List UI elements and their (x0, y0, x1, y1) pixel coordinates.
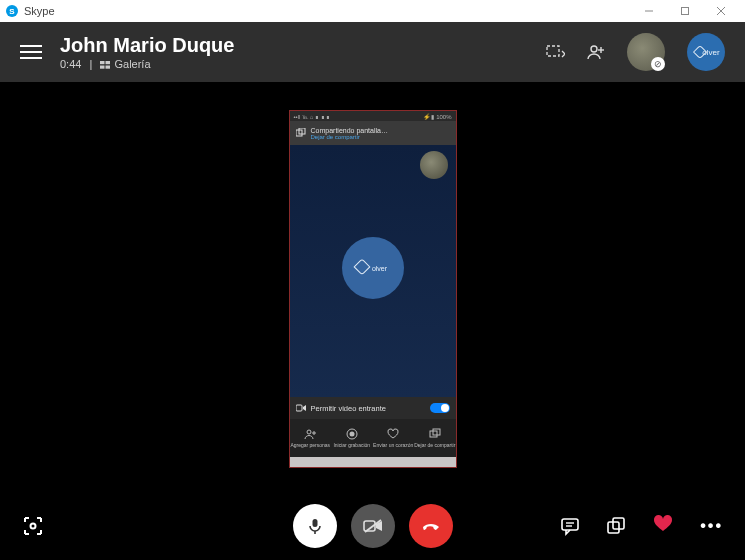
screens-icon (296, 128, 306, 138)
hangup-icon (420, 515, 442, 537)
separator: | (89, 58, 92, 70)
window-title: Skype (24, 5, 55, 17)
sharing-banner-title: Compartiendo pantalla… (311, 127, 388, 134)
shared-phone-navbar (290, 457, 456, 467)
shared-action-label: Dejar de compartir (414, 442, 455, 448)
end-call-button[interactable] (409, 504, 453, 548)
svg-rect-24 (312, 519, 317, 527)
shared-phone-statusbar: ••ll ℡ ⌂ ∎ ∎ ∎ ⚡ ▮ 100% (290, 111, 456, 121)
statusbar-left: ••ll ℡ ⌂ ∎ ∎ ∎ (294, 113, 331, 120)
chat-button[interactable] (560, 516, 580, 536)
svg-rect-1 (682, 8, 689, 15)
shared-action-stop-share[interactable]: Dejar de compartir (414, 419, 456, 457)
call-header: John Mario Duque 0:44 | Galería ⊘ olver (0, 22, 745, 82)
heart-icon (652, 512, 674, 534)
skype-logo-icon: S (6, 5, 18, 17)
shared-action-record[interactable]: Iniciar grabación (331, 419, 373, 457)
permit-toggle[interactable] (430, 403, 450, 413)
call-subline: 0:44 | Galería (60, 58, 234, 70)
svg-point-20 (349, 432, 354, 437)
svg-point-16 (307, 430, 311, 434)
shared-phone-actions: Agregar personas Iniciar grabación Envia… (290, 419, 456, 457)
center-avatar-text: olver (372, 264, 387, 271)
shared-action-label: Iniciar grabación (333, 442, 370, 448)
center-avatar: olver (342, 237, 404, 299)
add-person-icon[interactable] (587, 43, 605, 61)
title-block: John Mario Duque 0:44 | Galería (60, 34, 234, 70)
svg-rect-4 (100, 61, 105, 64)
shared-action-label: Agregar personas (290, 442, 330, 448)
permit-row: Permitir video entrante (290, 397, 456, 419)
call-stage: ••ll ℡ ⌂ ∎ ∎ ∎ ⚡ ▮ 100% Compartiendo pan… (0, 82, 745, 560)
shared-action-heart[interactable]: Enviar un corazón (373, 419, 415, 457)
menu-button[interactable] (20, 45, 42, 59)
remote-avatar[interactable]: ⊘ (627, 33, 665, 71)
center-call-controls (293, 504, 453, 548)
window-minimize-button[interactable] (631, 0, 667, 22)
svg-rect-6 (100, 66, 105, 69)
heart-reaction-button[interactable] (652, 512, 674, 540)
permit-label: Permitir video entrante (311, 404, 386, 413)
svg-rect-5 (106, 61, 111, 64)
camera-button[interactable] (351, 504, 395, 548)
presence-badge-icon: ⊘ (651, 57, 665, 71)
call-duration: 0:44 (60, 58, 81, 70)
svg-point-23 (31, 524, 36, 529)
camera-off-icon (363, 518, 383, 534)
stop-sharing-link[interactable]: Dejar de compartir (311, 134, 388, 140)
shared-action-label: Enviar un corazón (373, 442, 413, 448)
window-close-button[interactable] (703, 0, 739, 22)
share-screen-button[interactable] (606, 516, 626, 536)
pip-avatar (420, 151, 448, 179)
sharing-banner: Compartiendo pantalla… Dejar de comparti… (290, 121, 456, 145)
svg-rect-29 (562, 519, 578, 530)
contact-name: John Mario Duque (60, 34, 234, 56)
screen-share-panel: ••ll ℡ ⌂ ∎ ∎ ∎ ⚡ ▮ 100% Compartiendo pan… (289, 110, 457, 468)
crop-icon[interactable] (545, 44, 565, 60)
microphone-icon (306, 517, 324, 535)
svg-point-9 (591, 46, 597, 52)
svg-rect-14 (296, 405, 302, 411)
statusbar-right: ⚡ ▮ 100% (423, 113, 452, 120)
call-bottombar: ••• (0, 492, 745, 560)
microphone-button[interactable] (293, 504, 337, 548)
gallery-label[interactable]: Galería (114, 58, 150, 70)
gallery-icon (100, 61, 111, 69)
more-options-button[interactable]: ••• (700, 517, 723, 535)
self-avatar[interactable]: olver (687, 33, 725, 71)
window-maximize-button[interactable] (667, 0, 703, 22)
bottom-right-controls: ••• (560, 512, 723, 540)
gallery-view-button[interactable] (22, 515, 44, 537)
video-icon (296, 404, 306, 412)
shared-phone-body: olver (290, 145, 456, 397)
svg-rect-7 (106, 66, 111, 69)
shared-action-add-people[interactable]: Agregar personas (290, 419, 332, 457)
window-titlebar: S Skype (0, 0, 745, 22)
svg-marker-15 (303, 405, 306, 411)
svg-rect-8 (547, 46, 559, 56)
